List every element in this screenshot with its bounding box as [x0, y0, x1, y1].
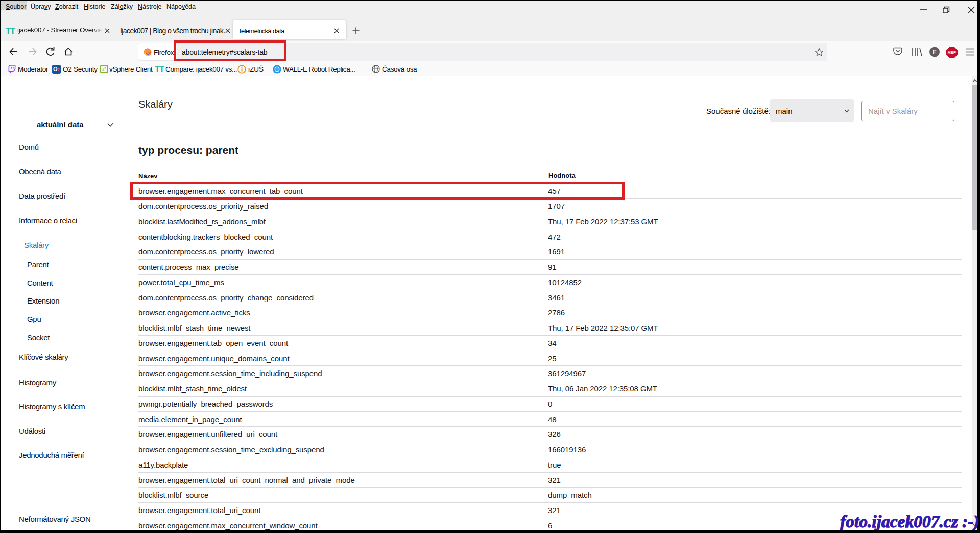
svg-text:ABP: ABP: [948, 50, 957, 55]
svg-text:F: F: [933, 49, 936, 56]
